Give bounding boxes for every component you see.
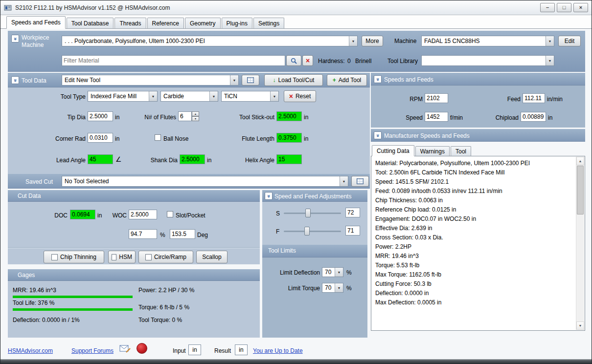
minimize-button[interactable]: – [540, 3, 555, 12]
reset-button[interactable]: ×Reset [284, 90, 316, 102]
hsm-button[interactable]: HSM [108, 251, 136, 263]
flutes-increment-button[interactable]: ▴ [192, 111, 199, 116]
saved-cut-details-button[interactable] [351, 176, 369, 187]
tab-reference[interactable]: Reference [147, 18, 184, 28]
dropdown-arrow-icon: ▼ [270, 91, 278, 101]
s-value-input[interactable] [345, 208, 360, 217]
scrollbar[interactable]: ▲ ▼ [576, 157, 584, 330]
chip-thinning-button[interactable]: Chip Thinning [44, 251, 104, 263]
s-slider-thumb[interactable] [305, 209, 311, 217]
app-icon [4, 4, 12, 12]
flute-length-label: Flute Length [229, 135, 274, 142]
limit-deflection-select[interactable]: 70 ▼ [322, 267, 343, 277]
helix-angle-input[interactable] [276, 154, 302, 164]
cutting-data-line: Max Deflection: 0.0005 in [375, 298, 573, 307]
tool-material-select[interactable]: Carbide ▼ [160, 91, 218, 102]
circle-ramp-button[interactable]: Circle/Ramp [138, 251, 193, 263]
chipload-input[interactable] [521, 112, 546, 122]
cutting-data-line: Feed: 0.0089 in/tooth 0.0533 in/rev 112.… [375, 187, 573, 196]
clear-filter-button[interactable]: × [302, 55, 313, 66]
adjustments-collapse-button[interactable]: » [265, 192, 273, 200]
support-forums-link[interactable]: Support Forums [71, 347, 114, 354]
lead-angle-input[interactable] [88, 154, 113, 164]
coating-select[interactable]: TiCN ▼ [221, 91, 279, 102]
corner-rad-input[interactable] [88, 133, 113, 143]
feed-input[interactable] [523, 93, 545, 103]
material-select[interactable]: . . . Polycarbonate, Polysulfone, Ultem … [62, 36, 358, 46]
circle-ramp-checkbox[interactable] [145, 254, 152, 260]
s-slider[interactable] [284, 208, 341, 218]
tab-tool[interactable]: Tool [451, 146, 471, 156]
dropdown-arrow-icon: ▼ [149, 91, 157, 101]
ball-nose-checkbox[interactable] [155, 134, 161, 141]
saved-cut-select[interactable]: No Tool Selected ▼ [62, 176, 348, 187]
cut-data-panel: Cut Data DOC in WOC Slot/Pocket % Deg Ch… [8, 190, 260, 264]
doc-label: DOC [36, 212, 68, 219]
tab-cutting-data[interactable]: Cutting Data [372, 145, 414, 156]
edit-machine-button[interactable]: Edit [558, 36, 581, 46]
more-button[interactable]: More [362, 36, 383, 46]
flutes-label: N# of Flutes [133, 114, 176, 121]
workpiece-collapse-button[interactable]: » [11, 35, 19, 43]
speed-input[interactable] [425, 112, 448, 122]
slot-pocket-checkbox[interactable] [167, 211, 173, 217]
hsmadvisor-logo-icon[interactable] [137, 343, 147, 354]
ball-nose-label: Ball Nose [163, 135, 188, 142]
update-status-link[interactable]: You are Up to Date [253, 347, 303, 354]
result-unit-box[interactable]: in [235, 344, 248, 355]
input-unit-box[interactable]: in [188, 344, 201, 355]
scroll-thumb[interactable] [577, 166, 584, 214]
tab-settings[interactable]: Settings [253, 18, 284, 28]
shank-dia-input[interactable] [180, 154, 205, 164]
tab-warnings[interactable]: Warnings [415, 146, 450, 156]
load-tool-button[interactable]: ↓Load Tool/Cut [264, 74, 323, 86]
add-tool-button[interactable]: +Add Tool [327, 74, 367, 86]
tool-type-select[interactable]: Indexed Face Mill ▼ [88, 91, 158, 102]
limit-torque-select[interactable]: 70 ▼ [322, 283, 343, 293]
speeds-feeds-collapse-button[interactable]: » [374, 75, 382, 83]
tool-life-gauge-bar [13, 308, 133, 311]
scallop-button[interactable]: Scallop [196, 251, 228, 263]
hsmadvisor-site-link[interactable]: HSMAdvisor.com [8, 347, 53, 354]
tab-geometry[interactable]: Geometry [185, 18, 221, 28]
feedback-button[interactable] [119, 344, 131, 355]
engagement-angle-unit: Deg [197, 232, 208, 238]
tool-details-button[interactable] [242, 75, 259, 86]
main-tab-bar: Speeds and Feeds Tool Database Threads R… [0, 15, 592, 29]
scroll-down-button[interactable]: ▼ [576, 321, 584, 330]
close-button[interactable]: × [573, 3, 588, 12]
stickout-input[interactable] [276, 111, 302, 121]
woc-input[interactable] [129, 210, 157, 219]
tab-speeds-and-feeds[interactable]: Speeds and Feeds [6, 16, 66, 29]
search-button[interactable] [286, 55, 301, 66]
tab-tool-database[interactable]: Tool Database [67, 18, 114, 28]
minimize-icon: – [546, 5, 549, 10]
doc-input[interactable] [70, 210, 95, 219]
f-slider-thumb[interactable] [304, 227, 310, 236]
woc-percent-input[interactable] [129, 229, 157, 239]
tab-plug-ins[interactable]: Plug-ins [222, 18, 252, 28]
f-slider[interactable] [284, 226, 341, 236]
cutting-data-line: MRR: 19.46 in^3 [375, 252, 573, 261]
machine-select[interactable]: FADAL 15 CNC88HS ▼ [421, 36, 554, 46]
manufacturer-collapse-button[interactable]: » [374, 131, 382, 139]
flutes-input[interactable] [178, 111, 192, 121]
tab-threads[interactable]: Threads [114, 18, 146, 28]
filter-material-input[interactable] [62, 55, 285, 66]
rpm-input[interactable] [425, 93, 448, 103]
engagement-angle-input[interactable] [170, 229, 195, 239]
flute-length-input[interactable] [276, 133, 302, 143]
tool-data-collapse-button[interactable]: » [11, 76, 19, 84]
cutting-data-line: Chip Thickness: 0.0063 in [375, 196, 573, 205]
tip-dia-input[interactable] [88, 111, 113, 121]
dropdown-arrow-icon: ▼ [546, 36, 554, 46]
scroll-up-button[interactable]: ▲ [576, 157, 584, 165]
flutes-decrement-button[interactable]: ▾ [192, 116, 199, 121]
tool-library-select[interactable]: ▼ [421, 55, 554, 66]
hsm-checkbox[interactable] [112, 254, 116, 260]
stickout-unit: in [304, 114, 308, 121]
tool-select[interactable]: Edit New Tool ▼ [62, 75, 239, 86]
maximize-button[interactable]: □ [557, 3, 571, 12]
chip-thinning-checkbox[interactable] [51, 254, 58, 260]
f-value-input[interactable] [345, 226, 360, 236]
